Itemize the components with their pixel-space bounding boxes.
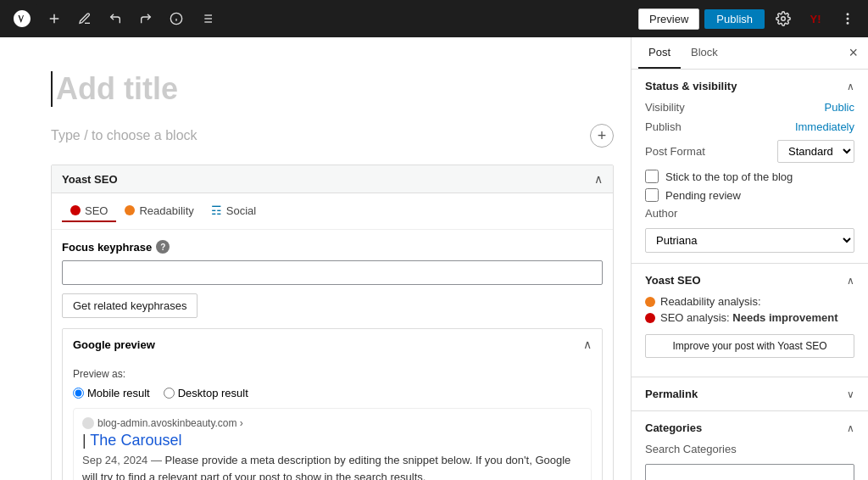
- google-preview-body: Preview as: Mobile result Desktop result: [63, 360, 602, 480]
- wordpress-logo[interactable]: [7, 3, 37, 34]
- yoast-tab-social[interactable]: ☶ Social: [203, 200, 264, 222]
- desktop-result-label[interactable]: Desktop result: [164, 387, 248, 399]
- yoast-tab-readability-label: Readability: [139, 204, 193, 217]
- sidebar-tab-block[interactable]: Block: [681, 37, 728, 69]
- permalink-title: Permalink: [645, 388, 698, 400]
- yoast-seo-sidebar-section: Yoast SEO ∧ Readability analysis: SEO an…: [632, 264, 868, 377]
- main-layout: Add title Type / to choose a block + Yoa…: [0, 37, 868, 480]
- related-keyphrases-button[interactable]: Get related keyphrases: [62, 293, 198, 318]
- block-placeholder-text[interactable]: Type / to choose a block: [51, 128, 590, 143]
- add-block-inline-button[interactable]: +: [590, 124, 614, 148]
- sidebar-tab-post[interactable]: Post: [638, 37, 681, 69]
- categories-content: Search Categories #MulaiDariMeiaRias: [645, 443, 854, 480]
- yoast-icon[interactable]: Y!: [802, 5, 829, 32]
- pending-review-row: Pending review: [645, 188, 854, 202]
- categories-title: Categories: [645, 421, 702, 434]
- stick-to-top-checkbox[interactable]: [645, 170, 659, 183]
- yoast-tab-readability[interactable]: Readability: [116, 200, 202, 222]
- toolbar-left: [7, 3, 635, 34]
- seo-analysis-text: SEO analysis: Needs improvement: [660, 311, 838, 324]
- focus-keyphrase-help-icon[interactable]: ?: [156, 240, 170, 254]
- author-field: Author Putriana: [645, 207, 854, 253]
- gp-date: Sep 24, 2024 —: [82, 454, 162, 466]
- yoast-tabs: SEO Readability ☶ Social: [52, 193, 613, 230]
- toolbar: Preview Publish Y!: [0, 0, 868, 37]
- sidebar-tab-bar: Post Block ×: [632, 37, 868, 70]
- permalink-header[interactable]: Permalink ∨: [645, 388, 854, 400]
- post-format-select[interactable]: Standard: [777, 140, 854, 163]
- seo-analysis-status: Needs improvement: [732, 311, 837, 324]
- yoast-body: Focus keyphrase ? Get related keyphrases…: [52, 230, 613, 480]
- publish-row-value[interactable]: Immediately: [795, 120, 854, 133]
- stick-to-top-row: Stick to the top of the blog: [645, 170, 854, 183]
- list-view-button[interactable]: [193, 5, 220, 32]
- gp-link[interactable]: The Carousel: [82, 432, 582, 449]
- block-placeholder-row: Type / to choose a block +: [51, 124, 614, 148]
- gp-favicon: [82, 417, 94, 429]
- yoast-panel-header[interactable]: Yoast SEO ∧: [52, 165, 613, 193]
- readability-dot: [125, 205, 135, 215]
- mobile-result-label[interactable]: Mobile result: [73, 387, 150, 399]
- post-title[interactable]: Add title: [51, 71, 614, 107]
- post-format-label: Post Format: [645, 145, 705, 158]
- status-visibility-section: Status & visibility ∧ Visibility Public …: [632, 70, 868, 264]
- yoast-tab-seo-label: SEO: [85, 204, 108, 217]
- categories-section: Categories ∧ Search Categories #MulaiDar…: [632, 411, 868, 480]
- yoast-seo-sidebar-header[interactable]: Yoast SEO ∧: [645, 274, 854, 287]
- yoast-panel-title: Yoast SEO: [62, 173, 118, 186]
- sidebar-close-button[interactable]: ×: [845, 37, 861, 69]
- desktop-result-radio[interactable]: [164, 388, 175, 399]
- google-preview-section: Google preview ∧ Preview as: Mobile resu…: [62, 328, 603, 480]
- preview-button[interactable]: Preview: [638, 8, 699, 30]
- publish-row-label: Publish: [645, 120, 682, 133]
- social-icon: ☶: [211, 204, 222, 217]
- readability-analysis-row: Readability analysis:: [645, 295, 854, 308]
- readability-analysis-dot: [645, 297, 655, 307]
- svg-point-11: [782, 17, 786, 21]
- redo-button[interactable]: [132, 5, 159, 32]
- post-format-row: Post Format Standard: [645, 140, 854, 163]
- undo-button[interactable]: [102, 5, 129, 32]
- author-label: Author: [645, 207, 854, 220]
- seo-analysis-row: SEO analysis: Needs improvement: [645, 311, 854, 324]
- tools-button[interactable]: [71, 5, 98, 32]
- gp-description: Sep 24, 2024 — Please provide a meta des…: [82, 452, 582, 480]
- visibility-value[interactable]: Public: [825, 101, 854, 114]
- status-visibility-header[interactable]: Status & visibility ∧: [645, 80, 854, 92]
- readability-analysis-text: Readability analysis:: [660, 295, 761, 308]
- yoast-analysis-content: Readability analysis: SEO analysis: Need…: [645, 287, 854, 366]
- improve-post-button[interactable]: Improve your post with Yoast SEO: [645, 334, 854, 358]
- search-categories-input[interactable]: [645, 464, 854, 480]
- preview-as-label: Preview as:: [73, 368, 592, 380]
- status-visibility-content: Visibility Public Publish Immediately Po…: [645, 101, 854, 253]
- seo-analysis-dot: [645, 313, 655, 323]
- toolbar-right: Preview Publish Y!: [638, 5, 861, 32]
- focus-keyphrase-label: Focus keyphrase ?: [62, 240, 603, 254]
- search-categories-label: Search Categories: [645, 443, 854, 455]
- settings-button[interactable]: [770, 5, 797, 32]
- visibility-row: Visibility Public: [645, 101, 854, 114]
- svg-point-14: [847, 23, 849, 25]
- categories-chevron: ∧: [847, 422, 854, 434]
- publish-row: Publish Immediately: [645, 120, 854, 133]
- yoast-seo-sidebar-title: Yoast SEO: [645, 274, 701, 287]
- mobile-result-radio[interactable]: [73, 388, 84, 399]
- visibility-label: Visibility: [645, 101, 685, 114]
- author-select[interactable]: Putriana: [645, 228, 854, 253]
- pending-review-checkbox[interactable]: [645, 188, 659, 202]
- more-options-button[interactable]: [834, 5, 861, 32]
- google-preview-collapse-icon: ∧: [583, 338, 592, 351]
- yoast-seo-sidebar-chevron: ∧: [847, 275, 854, 287]
- yoast-seo-panel: Yoast SEO ∧ SEO Readability ☶ Social: [51, 165, 614, 480]
- preview-mode-group: Mobile result Desktop result: [73, 387, 592, 399]
- add-block-toolbar-button[interactable]: [41, 5, 68, 32]
- yoast-tab-seo[interactable]: SEO: [62, 200, 116, 222]
- gp-url: blog-admin.avoskinbeauty.com ›: [82, 417, 582, 429]
- google-preview-header[interactable]: Google preview ∧: [63, 329, 602, 360]
- publish-button[interactable]: Publish: [704, 9, 765, 29]
- info-button[interactable]: [163, 5, 190, 32]
- yoast-collapse-icon: ∧: [594, 172, 603, 186]
- editor-area: Add title Type / to choose a block + Yoa…: [0, 37, 631, 480]
- focus-keyphrase-input[interactable]: [62, 260, 603, 285]
- categories-header[interactable]: Categories ∧: [645, 421, 854, 434]
